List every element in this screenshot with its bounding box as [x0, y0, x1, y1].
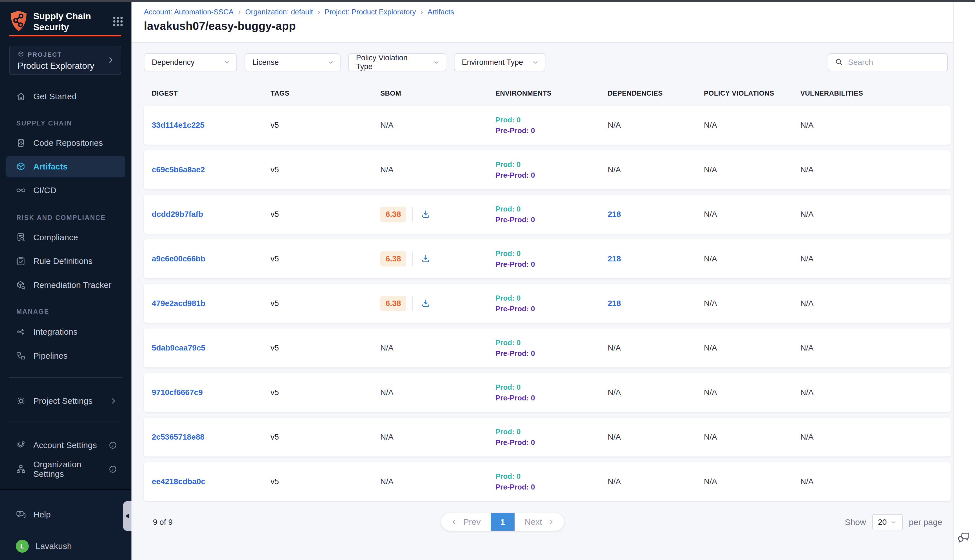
svg-text:?: ?: [19, 512, 21, 516]
dependencies-na-value: N/A: [608, 343, 621, 352]
filter-policy-violation-type[interactable]: Policy Violation Type: [348, 53, 446, 71]
sidebar-item-rule-definitions[interactable]: Rule Definitions: [6, 250, 125, 272]
digest-link[interactable]: 9710cf6667c9: [152, 388, 203, 397]
next-page-button[interactable]: Next: [514, 513, 564, 531]
sidebar-item-code-repositories[interactable]: Code Repositories: [6, 132, 125, 154]
digest-link[interactable]: 479e2acd981b: [152, 299, 205, 308]
vulnerabilities-value: N/A: [800, 388, 951, 397]
env-preprod-value: Pre-Prod: 0: [496, 348, 608, 359]
sbom-na-value: N/A: [380, 388, 394, 397]
dependencies-link[interactable]: 218: [608, 210, 621, 218]
sidebar-item-get-started[interactable]: Get Started: [6, 86, 125, 107]
sidebar-item-cicd[interactable]: CI/CD: [6, 180, 125, 201]
policy-violations-value: N/A: [704, 343, 800, 352]
info-icon[interactable]: [109, 465, 117, 474]
filter-environment-type[interactable]: Environment Type: [454, 53, 545, 71]
dependencies-cell: N/A: [608, 433, 704, 442]
clipboard-check-icon: [16, 256, 26, 266]
download-sbom-button[interactable]: [419, 252, 432, 265]
sbom-score-badge: 6.38: [380, 296, 406, 311]
dependencies-cell: N/A: [608, 388, 704, 397]
breadcrumb-project[interactable]: Project: Product Exploratory: [325, 8, 416, 17]
sidebar-item-integrations[interactable]: Integrations: [6, 321, 125, 343]
table-row[interactable]: dcdd29b7fafb v5 6.38 Prod: 0 Pre-Prod: 0…: [144, 195, 951, 234]
show-label: Show: [845, 517, 866, 527]
sbom-na-value: N/A: [380, 165, 394, 174]
env-prod-value: Prod: 0: [496, 159, 608, 170]
filter-dependency[interactable]: Dependency: [144, 53, 237, 71]
sidebar-collapse-handle[interactable]: [123, 501, 132, 531]
per-page-select[interactable]: 20: [872, 514, 903, 530]
breadcrumb-artifacts[interactable]: Artifacts: [428, 8, 454, 17]
chat-support-icon[interactable]: [957, 531, 972, 544]
sidebar-item-artifacts[interactable]: Artifacts: [6, 156, 125, 177]
env-prod-value: Prod: 0: [496, 471, 608, 482]
column-header-policy-violations: POLICY VIOLATIONS: [704, 89, 800, 97]
table-row[interactable]: ee4218cdba0c v5 N/A Prod: 0 Pre-Prod: 0 …: [144, 462, 951, 501]
dependencies-link[interactable]: 218: [608, 299, 621, 308]
digest-link[interactable]: 5dab9caa79c5: [152, 343, 205, 352]
table-row[interactable]: 5dab9caa79c5 v5 N/A Prod: 0 Pre-Prod: 0 …: [144, 328, 951, 367]
digest-cell: 33d114e1c225: [152, 121, 270, 130]
sidebar-item-organization-settings[interactable]: Organization Settings: [6, 458, 125, 480]
layers-gear-icon: [16, 440, 26, 450]
download-sbom-button[interactable]: [419, 297, 432, 310]
page-number-1[interactable]: 1: [491, 513, 514, 531]
sbom-cell: N/A: [380, 477, 496, 486]
sidebar-item-pipelines[interactable]: Pipelines: [6, 345, 125, 367]
filter-license[interactable]: License: [245, 53, 341, 71]
sidebar-item-remediation-tracker[interactable]: Remediation Tracker: [6, 274, 125, 296]
sidebar-item-project-settings[interactable]: Project Settings: [6, 390, 125, 412]
digest-link[interactable]: 33d114e1c225: [152, 121, 205, 130]
table-row[interactable]: 33d114e1c225 v5 N/A Prod: 0 Pre-Prod: 0 …: [144, 106, 951, 145]
download-sbom-button[interactable]: [419, 208, 432, 221]
digest-link[interactable]: 2c5365718e88: [152, 433, 205, 441]
tag-value: v5: [270, 254, 380, 263]
dependencies-na-value: N/A: [608, 477, 621, 486]
policy-violations-value: N/A: [704, 433, 800, 442]
env-prod-value: Prod: 0: [496, 248, 608, 259]
pipelines-icon: [16, 351, 26, 361]
chevron-down-icon: [433, 58, 440, 66]
sbom-na-value: N/A: [380, 433, 394, 441]
info-icon[interactable]: [109, 441, 117, 450]
breadcrumb-separator: ›: [420, 7, 423, 17]
sidebar-item-help[interactable]: ? Help: [6, 504, 125, 525]
env-preprod-value: Pre-Prod: 0: [496, 437, 608, 448]
module-grid-icon[interactable]: [112, 15, 124, 28]
digest-link[interactable]: dcdd29b7fafb: [152, 210, 203, 218]
table-row[interactable]: 9710cf6667c9 v5 N/A Prod: 0 Pre-Prod: 0 …: [144, 373, 951, 412]
env-prod-value: Prod: 0: [496, 382, 608, 393]
user-menu[interactable]: L Lavakush: [6, 535, 125, 557]
vulnerabilities-value: N/A: [800, 121, 951, 130]
table-row[interactable]: 479e2acd981b v5 6.38 Prod: 0 Pre-Prod: 0…: [144, 284, 951, 323]
digest-link[interactable]: a9c6e00c66bb: [152, 254, 205, 263]
sidebar-item-account-settings[interactable]: Account Settings: [6, 435, 125, 456]
column-header-tags: TAGS: [270, 89, 380, 97]
policy-violations-value: N/A: [704, 477, 800, 486]
sbom-cell: N/A: [380, 388, 496, 397]
digest-link[interactable]: ee4218cdba0c: [152, 477, 205, 486]
sidebar-item-compliance[interactable]: Compliance: [6, 227, 125, 248]
table-row[interactable]: a9c6e00c66bb v5 6.38 Prod: 0 Pre-Prod: 0…: [144, 239, 951, 278]
sidebar-footer: ? Help L Lavakush: [0, 489, 132, 560]
table-row[interactable]: c69c5b6a8ae2 v5 N/A Prod: 0 Pre-Prod: 0 …: [144, 150, 951, 189]
dependencies-link[interactable]: 218: [608, 254, 621, 263]
breadcrumb-account[interactable]: Account: Automation-SSCA: [144, 8, 234, 17]
table-row[interactable]: 2c5365718e88 v5 N/A Prod: 0 Pre-Prod: 0 …: [144, 418, 951, 457]
per-page-label: per page: [909, 517, 942, 527]
per-page-control: Show 20 per page: [845, 514, 942, 530]
breadcrumb-separator: ›: [317, 7, 320, 17]
search-input[interactable]: [848, 58, 941, 67]
digest-cell: c69c5b6a8ae2: [152, 165, 270, 174]
project-selector[interactable]: PROJECT Product Exploratory: [9, 46, 121, 75]
user-name: Lavakush: [35, 542, 72, 551]
tag-value: v5: [270, 433, 380, 442]
sbom-score-badge: 6.38: [380, 207, 406, 222]
breadcrumb-organization[interactable]: Organization: default: [245, 8, 313, 17]
chevron-right-icon: [109, 397, 117, 405]
digest-link[interactable]: c69c5b6a8ae2: [152, 165, 205, 174]
column-header-sbom: SBOM: [380, 89, 496, 97]
prev-page-button[interactable]: Prev: [441, 513, 491, 531]
shield-logo-icon: [9, 10, 28, 33]
